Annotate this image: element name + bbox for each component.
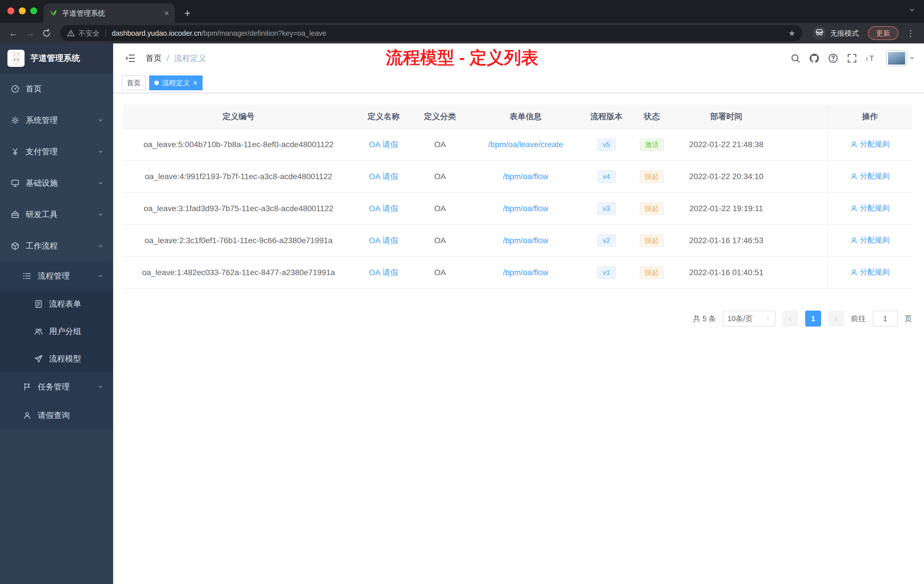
- sidebar-item-leave-query[interactable]: 请假查询: [0, 401, 113, 430]
- next-page-button[interactable]: ›: [828, 310, 844, 327]
- assign-rule-link[interactable]: 分配规则: [850, 171, 890, 181]
- tab-search-chevron-icon[interactable]: [908, 6, 916, 16]
- sidebar-item-label: 任务管理: [38, 381, 70, 392]
- incognito-icon: [815, 28, 824, 38]
- chevron-down-icon: [97, 180, 104, 186]
- update-button[interactable]: 更新: [868, 26, 898, 40]
- caret-down-icon[interactable]: [909, 55, 915, 61]
- goto-page-input[interactable]: [873, 310, 898, 327]
- assign-rule-label: 分配规则: [860, 203, 890, 213]
- form-info-link[interactable]: /bpm/oa/flow: [503, 236, 548, 245]
- new-tab-button[interactable]: +: [180, 5, 195, 21]
- logo-avatar: [7, 50, 25, 67]
- sidebar-item-dev-tools[interactable]: 研发工具: [0, 199, 113, 230]
- user-icon: [850, 269, 858, 276]
- sidebar-item-system-management[interactable]: 系统管理: [0, 105, 113, 136]
- cell-form-info: /bpm/oa/flow: [467, 193, 585, 224]
- sidebar-item-process-model[interactable]: 流程模型: [0, 345, 113, 373]
- workflow-icon: [11, 242, 20, 250]
- sidebar-item-user-group[interactable]: 用户分组: [0, 318, 113, 345]
- status-badge: 挂起: [640, 266, 664, 279]
- github-icon[interactable]: [809, 53, 819, 63]
- cell-version: v4: [585, 160, 628, 193]
- cell-definition-name: OA 请假: [354, 129, 414, 160]
- main-area: 首页 / 流程定义 tT 首页流程定义× 定义编号定义名称定义分类表单信息流程版…: [113, 43, 924, 584]
- sidebar-item-process-management[interactable]: 流程管理: [0, 262, 113, 290]
- cell-deploy-time: 2022-01-22 21:48:38: [675, 129, 777, 160]
- form-info-link[interactable]: /bpm/oa/leave/create: [488, 140, 563, 149]
- sidebar-item-task-management[interactable]: 任务管理: [0, 373, 113, 401]
- sidebar-item-label: 流程管理: [38, 271, 70, 281]
- tag-home[interactable]: 首页: [122, 76, 146, 90]
- back-button[interactable]: ←: [6, 25, 21, 41]
- content: 定义编号定义名称定义分类表单信息流程版本状态部署时间操作 oa_leave:5:…: [113, 93, 924, 584]
- assign-rule-link[interactable]: 分配规则: [850, 267, 890, 277]
- incognito-badge: 无痕模式: [813, 26, 859, 40]
- minimize-window-button[interactable]: [19, 7, 26, 14]
- sidebar-item-infrastructure[interactable]: 基础设施: [0, 167, 113, 199]
- forward-button[interactable]: →: [22, 25, 38, 41]
- user-menu[interactable]: [887, 51, 915, 66]
- assign-rule-link[interactable]: 分配规则: [850, 235, 890, 245]
- search-icon[interactable]: [790, 53, 800, 63]
- definition-name-link[interactable]: OA 请假: [369, 204, 398, 213]
- assign-rule-link[interactable]: 分配规则: [850, 139, 890, 149]
- omnibox[interactable]: 不安全 dashboard.yudao.iocoder.cn/bpm/manag…: [60, 25, 802, 41]
- tag-process-definition[interactable]: 流程定义×: [149, 76, 203, 90]
- goto-label: 前往: [851, 314, 866, 324]
- star-icon[interactable]: ★: [788, 28, 795, 38]
- security-label[interactable]: 不安全: [78, 28, 100, 38]
- sidebar-item-workflow[interactable]: 工作流程: [0, 230, 113, 262]
- chevron-down-icon: [97, 383, 104, 390]
- page-size-select[interactable]: 10条/页: [723, 310, 776, 327]
- definition-name-link[interactable]: OA 请假: [369, 172, 398, 181]
- question-icon[interactable]: [828, 53, 838, 63]
- version-tag: v3: [597, 202, 616, 215]
- maximize-window-button[interactable]: [30, 7, 37, 14]
- tab-close-icon[interactable]: ×: [164, 9, 169, 17]
- breadcrumb-home[interactable]: 首页: [146, 53, 162, 64]
- column-header: 流程版本: [585, 105, 628, 129]
- sidebar-item-process-form[interactable]: 流程表单: [0, 290, 113, 318]
- sidebar-item-label: 支付管理: [26, 146, 58, 157]
- chevron-down-icon: [97, 211, 104, 218]
- url-path: /bpm/manager/definition?key=oa_leave: [201, 29, 326, 37]
- prev-page-button[interactable]: ‹: [782, 310, 798, 327]
- definition-name-link[interactable]: OA 请假: [369, 268, 398, 277]
- sidebar-item-payment-management[interactable]: 支付管理: [0, 136, 113, 167]
- cell-version: v5: [585, 129, 628, 160]
- browser-tab[interactable]: 芋道管理系统 ×: [43, 3, 175, 23]
- tags-bar: 首页流程定义×: [113, 73, 924, 93]
- send-icon: [34, 355, 43, 363]
- form-info-link[interactable]: /bpm/oa/flow: [503, 204, 548, 213]
- cell-deploy-time: 2022-01-22 19:19:11: [675, 193, 777, 224]
- pagination: 共 5 条 10条/页 ‹ 1 › 前往 页: [124, 310, 912, 327]
- table-row: oa_leave:3:1fad3d93-7b75-11ec-a3c8-acde4…: [124, 193, 912, 224]
- close-icon[interactable]: ×: [193, 79, 198, 87]
- refresh-button[interactable]: [39, 25, 54, 41]
- url-text[interactable]: dashboard.yudao.iocoder.cn/bpm/manager/d…: [112, 29, 326, 38]
- window-controls: [7, 7, 37, 14]
- form-icon: [34, 300, 43, 308]
- close-window-button[interactable]: [7, 7, 14, 14]
- browser-menu-icon[interactable]: ⋮: [903, 28, 918, 38]
- fullscreen-icon[interactable]: [847, 53, 857, 63]
- avatar[interactable]: [887, 51, 906, 66]
- app-title: 芋道管理系统: [30, 53, 80, 64]
- user-icon: [23, 411, 31, 420]
- fontsize-icon[interactable]: tT: [866, 53, 876, 63]
- cell-status: 挂起: [628, 160, 675, 193]
- cell-category: OA: [414, 224, 467, 257]
- hamburger-icon[interactable]: [122, 53, 138, 64]
- form-info-link[interactable]: /bpm/oa/flow: [503, 172, 548, 181]
- sidebar-item-home[interactable]: 首页: [0, 73, 113, 105]
- assign-rule-label: 分配规则: [860, 267, 890, 277]
- form-info-link[interactable]: /bpm/oa/flow: [503, 268, 548, 277]
- monitor-icon: [11, 179, 20, 187]
- assign-rule-link[interactable]: 分配规则: [850, 203, 890, 213]
- definition-name-link[interactable]: OA 请假: [369, 140, 398, 149]
- cell-definition-id: oa_leave:5:004b710b-7b8a-11ec-8ef0-acde4…: [124, 129, 354, 160]
- definition-name-link[interactable]: OA 请假: [369, 236, 398, 245]
- page-1-button[interactable]: 1: [805, 310, 821, 327]
- navbar: 首页 / 流程定义 tT: [113, 43, 924, 73]
